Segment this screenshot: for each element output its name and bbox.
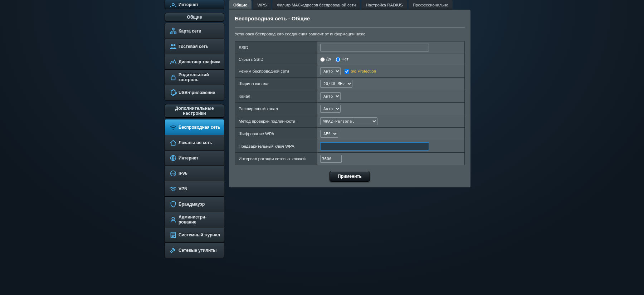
sidebar-item-label: Беспроводная сеть	[179, 125, 220, 130]
lock-icon	[168, 73, 179, 81]
sidebar-item-nettools[interactable]: Сетевые утилиты	[165, 242, 224, 258]
sidebar-item-wireless[interactable]: Беспроводная сеть	[165, 119, 224, 135]
sidebar-item-parental-control[interactable]: Родительский контроль	[165, 69, 224, 85]
ext-channel-select[interactable]: Авто	[320, 105, 341, 113]
content-area: Общие WPS Фильтр MAC-адресов беспроводно…	[229, 0, 470, 258]
svg-point-0	[172, 3, 174, 5]
hide-ssid-no-radio[interactable]	[336, 57, 340, 62]
globe-icon	[168, 154, 179, 162]
sidebar-group-advanced: Беспроводная сеть Локальная сеть Интерне…	[165, 119, 224, 258]
svg-point-5	[174, 44, 176, 46]
sidebar-item-lan[interactable]: Локальная сеть	[165, 135, 224, 150]
settings-panel: Беспроводная сеть - Общие Установка бесп…	[229, 10, 470, 187]
svg-point-7	[172, 128, 174, 129]
sidebar-group-advanced-title: Дополнительные настройки	[165, 104, 224, 118]
apply-button[interactable]: Применить	[330, 171, 370, 182]
log-icon	[168, 231, 179, 239]
sidebar-item-vpn[interactable]: VPN	[165, 181, 224, 196]
network-map-icon	[168, 27, 179, 35]
tab-mac-filter[interactable]: Фильтр MAC-адресов беспроводной сети	[272, 0, 360, 10]
label-rekey: Интервал ротации сетевых ключей	[235, 153, 317, 165]
label-ext-channel: Расширенный канал	[235, 103, 317, 115]
sidebar-item-label: Гостевая сеть	[179, 44, 208, 49]
sidebar-item-label: Системный журнал	[179, 232, 220, 237]
sidebar-item-traffic-manager[interactable]: Диспетчер трафика	[165, 54, 224, 69]
psk-input[interactable]	[320, 142, 429, 150]
bg-protection-checkbox[interactable]	[345, 69, 349, 74]
hide-ssid-no-label[interactable]: Нет	[336, 57, 348, 61]
wireless-mode-select[interactable]: Авто	[320, 67, 341, 75]
puzzle-icon	[168, 89, 179, 97]
sidebar-group-general-title: Общие	[165, 13, 224, 21]
label-hide-ssid: Скрыть SSID	[235, 54, 317, 65]
sidebar-item-internet[interactable]: Интернет	[165, 150, 224, 166]
vpn-icon	[168, 185, 179, 193]
sidebar-item-label: Диспетчер трафика	[179, 59, 220, 64]
svg-rect-6	[171, 77, 175, 80]
sidebar-item-label: USB-приложение	[179, 90, 215, 95]
svg-text:IPv6: IPv6	[171, 172, 176, 175]
sidebar: Интернет Общие Карта сети Гостевая сеть …	[165, 0, 224, 258]
ssid-input[interactable]	[320, 44, 429, 51]
tab-wps[interactable]: WPS	[253, 0, 271, 10]
sidebar-top-label: Интернет	[179, 2, 198, 7]
sidebar-item-label: Карта сети	[179, 29, 201, 34]
tab-general[interactable]: Общие	[229, 0, 252, 10]
sidebar-item-usb-app[interactable]: USB-приложение	[165, 85, 224, 100]
settings-table: SSID Скрыть SSID Да Нет Режим беспроводн…	[235, 41, 465, 165]
rekey-input[interactable]	[320, 155, 342, 163]
tab-bar: Общие WPS Фильтр MAC-адресов беспроводно…	[229, 0, 470, 10]
sidebar-item-network-map[interactable]: Карта сети	[165, 23, 224, 39]
sidebar-item-admin[interactable]: Администри-рование	[165, 212, 224, 227]
sidebar-item-label: Брандмауэр	[179, 202, 205, 207]
svg-point-4	[171, 44, 173, 46]
encryption-select[interactable]: AES	[320, 130, 338, 138]
hide-ssid-yes-radio[interactable]	[320, 57, 325, 62]
shield-icon	[168, 200, 179, 208]
label-channel: Канал	[235, 90, 317, 103]
sidebar-item-label: Администри-рование	[179, 215, 224, 225]
sidebar-item-label: IPv6	[179, 171, 187, 176]
label-wireless-mode: Режим беспроводной сети	[235, 65, 317, 78]
traffic-icon	[168, 58, 179, 66]
auth-method-select[interactable]: WPA2-Personal	[320, 117, 377, 125]
bg-protection-label[interactable]: b/g Protection	[345, 69, 376, 73]
sidebar-item-label: Сетевые утилиты	[179, 248, 217, 253]
sidebar-item-label: Интернет	[179, 156, 198, 161]
panel-description: Установка беспроводного соединения завис…	[235, 32, 465, 36]
sidebar-item-label: Локальная сеть	[179, 140, 212, 145]
sidebar-top-internet[interactable]: Интернет	[165, 0, 224, 9]
label-auth: Метод проверки подлинности	[235, 115, 317, 128]
label-bandwidth: Ширина канала	[235, 78, 317, 90]
sidebar-item-guest-network[interactable]: Гостевая сеть	[165, 39, 224, 54]
guest-network-icon	[168, 43, 179, 50]
hide-ssid-yes-label[interactable]: Да	[320, 57, 331, 61]
label-encryption: Шифрование WPA	[235, 128, 317, 140]
bandwidth-select[interactable]: 20/40 MHz	[320, 80, 352, 88]
label-psk: Предварительный ключ WPA	[235, 140, 317, 153]
sidebar-item-syslog[interactable]: Системный журнал	[165, 227, 224, 242]
sidebar-item-firewall[interactable]: Брандмауэр	[165, 196, 224, 212]
svg-point-11	[172, 217, 174, 220]
sidebar-item-label: Родительский контроль	[179, 72, 224, 82]
sidebar-item-label: VPN	[179, 186, 187, 191]
home-icon	[168, 139, 179, 147]
wifi-icon	[168, 123, 179, 131]
label-ssid: SSID	[235, 41, 317, 54]
channel-select[interactable]: Авто	[320, 92, 341, 100]
internet-status-icon	[168, 1, 179, 9]
sidebar-item-ipv6[interactable]: IPv6 IPv6	[165, 166, 224, 181]
sidebar-group-general: Карта сети Гостевая сеть Диспетчер трафи…	[165, 23, 224, 100]
ipv6-icon: IPv6	[168, 169, 179, 177]
admin-icon	[168, 216, 179, 223]
tab-professional[interactable]: Профессионально	[409, 0, 453, 10]
tools-icon	[168, 246, 179, 254]
panel-title: Беспроводная сеть - Общие	[235, 15, 465, 28]
tab-radius[interactable]: Настройка RADIUS	[361, 0, 407, 10]
